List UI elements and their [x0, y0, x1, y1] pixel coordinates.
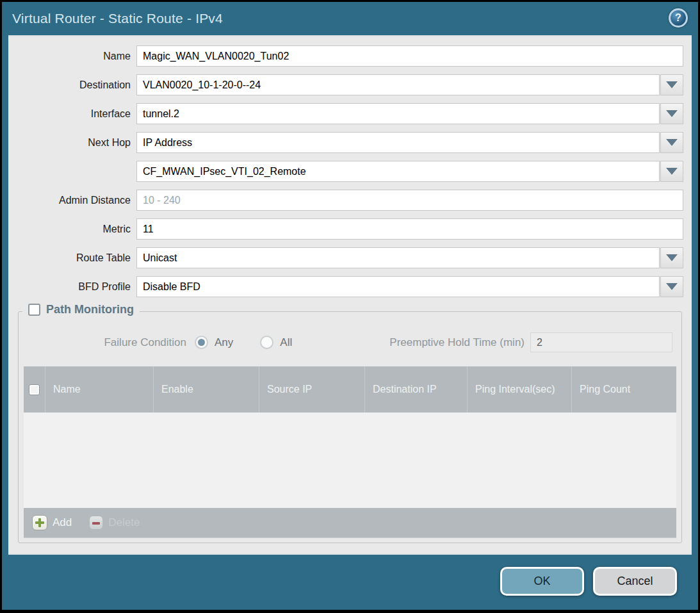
- bfd-profile-dropdown-button[interactable]: [660, 276, 683, 297]
- dialog-content: Name Magic_WAN_VLAN0020_Tun02 Destinatio…: [8, 35, 692, 555]
- dialog-titlebar: Virtual Router - Static Route - IPv4 ?: [2, 2, 698, 35]
- help-icon[interactable]: ?: [669, 8, 688, 28]
- next-hop-address-input[interactable]: CF_MWAN_IPsec_VTI_02_Remote: [136, 161, 660, 182]
- next-hop-type-input[interactable]: IP Address: [136, 132, 660, 153]
- chevron-down-icon: [666, 81, 678, 88]
- table-body-empty: [24, 413, 676, 508]
- metric-input[interactable]: 11: [136, 218, 683, 240]
- bfd-profile-value: Disable BFD: [143, 281, 200, 293]
- path-monitoring-title: Path Monitoring: [46, 303, 134, 316]
- metric-value: 11: [143, 224, 154, 235]
- form-row-destination: Destination VLAN0020_10-1-20-0--24: [8, 74, 692, 95]
- form-row-metric: Metric 11: [8, 218, 692, 240]
- column-header-ping-interval[interactable]: Ping Interval(sec): [467, 366, 571, 413]
- failure-condition-row: Failure Condition Any All Preemptive Hol…: [19, 332, 681, 353]
- chevron-down-icon: [666, 139, 678, 146]
- chevron-down-icon: [666, 254, 678, 261]
- table-header-checkbox-cell: [24, 366, 45, 413]
- interface-input[interactable]: tunnel.2: [136, 103, 660, 124]
- delete-button-label: Delete: [108, 516, 140, 529]
- column-header-name[interactable]: Name: [45, 366, 153, 413]
- name-value: Magic_WAN_VLAN0020_Tun02: [143, 51, 289, 62]
- admin-distance-label: Admin Distance: [8, 195, 136, 206]
- preemptive-hold-time-input[interactable]: 2: [530, 332, 672, 352]
- next-hop-address-dropdown-button[interactable]: [660, 161, 683, 182]
- failure-condition-all-radio[interactable]: [260, 336, 273, 349]
- interface-dropdown-button[interactable]: [660, 103, 683, 124]
- path-monitoring-legend: Path Monitoring: [22, 303, 140, 316]
- plus-icon: [32, 515, 47, 530]
- form-row-next-hop-address: CF_MWAN_IPsec_VTI_02_Remote: [8, 161, 692, 182]
- next-hop-type-dropdown-button[interactable]: [660, 132, 683, 153]
- bfd-profile-label: BFD Profile: [8, 281, 136, 293]
- interface-label: Interface: [8, 108, 136, 120]
- form-row-next-hop: Next Hop IP Address: [8, 132, 692, 153]
- bfd-profile-input[interactable]: Disable BFD: [136, 276, 660, 297]
- dialog-title: Virtual Router - Static Route - IPv4: [12, 11, 223, 26]
- form-row-interface: Interface tunnel.2: [8, 103, 692, 124]
- dialog-footer: OK Cancel: [2, 555, 698, 610]
- route-table-value: Unicast: [143, 252, 177, 264]
- path-monitoring-table: Name Enable Source IP Destination IP Pin…: [24, 366, 676, 538]
- column-header-ping-count[interactable]: Ping Count: [571, 366, 676, 413]
- form-row-admin-distance: Admin Distance 10 - 240: [8, 190, 692, 211]
- destination-dropdown-button[interactable]: [660, 74, 683, 95]
- form-row-route-table: Route Table Unicast: [8, 247, 692, 268]
- column-header-enable[interactable]: Enable: [153, 366, 259, 413]
- ok-button[interactable]: OK: [500, 567, 584, 596]
- route-table-label: Route Table: [8, 252, 136, 264]
- metric-label: Metric: [8, 224, 136, 235]
- preemptive-hold-time-label: Preemptive Hold Time (min): [389, 336, 525, 349]
- failure-condition-all-label: All: [280, 336, 292, 349]
- chevron-down-icon: [666, 110, 678, 117]
- path-monitoring-section: Path Monitoring Failure Condition Any Al…: [18, 311, 682, 543]
- preemptive-hold-time-value: 2: [537, 337, 542, 348]
- admin-distance-placeholder: 10 - 240: [143, 195, 181, 206]
- delete-button[interactable]: Delete: [89, 516, 140, 530]
- column-header-source-ip[interactable]: Source IP: [259, 366, 364, 413]
- name-input[interactable]: Magic_WAN_VLAN0020_Tun02: [136, 45, 683, 67]
- form-row-bfd-profile: BFD Profile Disable BFD: [8, 276, 692, 297]
- destination-label: Destination: [8, 79, 136, 91]
- admin-distance-input[interactable]: 10 - 240: [136, 190, 683, 211]
- column-header-destination-ip[interactable]: Destination IP: [364, 366, 467, 413]
- chevron-down-icon: [666, 283, 678, 290]
- interface-value: tunnel.2: [143, 108, 179, 120]
- name-label: Name: [8, 51, 136, 62]
- form-row-name: Name Magic_WAN_VLAN0020_Tun02: [8, 45, 692, 67]
- failure-condition-label: Failure Condition: [19, 336, 186, 349]
- path-monitoring-checkbox[interactable]: [28, 304, 40, 316]
- route-table-input[interactable]: Unicast: [136, 247, 660, 268]
- static-route-dialog: Virtual Router - Static Route - IPv4 ? N…: [0, 0, 700, 613]
- add-button-label: Add: [53, 516, 72, 529]
- failure-condition-any-radio[interactable]: [195, 336, 208, 349]
- next-hop-label: Next Hop: [8, 137, 136, 149]
- next-hop-address-value: CF_MWAN_IPsec_VTI_02_Remote: [143, 166, 306, 177]
- help-glyph: ?: [675, 12, 681, 24]
- destination-value: VLAN0020_10-1-20-0--24: [143, 79, 261, 91]
- cancel-button[interactable]: Cancel: [593, 567, 677, 596]
- chevron-down-icon: [666, 168, 678, 175]
- minus-icon: [89, 516, 103, 530]
- destination-input[interactable]: VLAN0020_10-1-20-0--24: [136, 74, 660, 95]
- route-table-dropdown-button[interactable]: [660, 247, 683, 268]
- table-header-row: Name Enable Source IP Destination IP Pin…: [24, 366, 676, 413]
- next-hop-type-value: IP Address: [143, 137, 192, 149]
- add-button[interactable]: Add: [32, 515, 72, 530]
- select-all-checkbox[interactable]: [29, 384, 40, 395]
- table-toolbar: Add Delete: [24, 508, 676, 537]
- failure-condition-any-label: Any: [215, 336, 233, 349]
